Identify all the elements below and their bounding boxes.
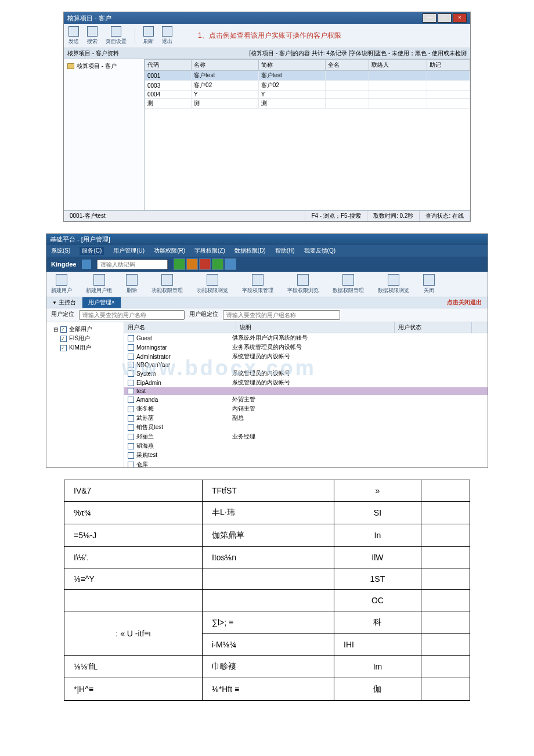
user-row[interactable]: NBQyanYaar <box>124 361 488 369</box>
user-check-icon[interactable] <box>128 452 134 459</box>
user-row[interactable]: 采购test <box>124 451 488 460</box>
tab-user-manage[interactable]: 用户管理× <box>82 297 121 308</box>
grid-row[interactable]: 0001客户test客户test <box>145 71 470 81</box>
tree-root[interactable]: 核算项目 - 客户 <box>66 62 142 71</box>
nav-icon[interactable] <box>199 258 211 270</box>
user-tree: ⊟ 全部用户 EIS用户 KIM用户 <box>46 322 124 467</box>
user-row[interactable]: Guest供系统外用户访问系统的账号 <box>124 333 488 343</box>
grid-col-header: 助记 <box>427 60 470 71</box>
toolbar2-item[interactable]: 字段权限浏览 <box>287 274 319 294</box>
window-hscustomer: 核算项目 - 客户 — □ × 发送 搜索 页面设置 刷新 退出 1、点击例如查… <box>63 12 471 222</box>
menu-item[interactable]: 数据权限(D) <box>234 247 266 255</box>
tree-panel: 核算项目 - 客户 <box>64 59 145 210</box>
search-icon <box>87 26 98 37</box>
user-check-icon[interactable] <box>128 380 134 386</box>
user-check-icon[interactable] <box>128 406 134 412</box>
userlist-header: 用户名 说明 用户状态 <box>124 322 488 333</box>
tree-eis[interactable]: EIS用户 <box>49 334 121 343</box>
minimize-button[interactable]: — <box>423 13 436 23</box>
menu-item[interactable]: 字段权限(Z) <box>194 247 225 255</box>
grid-col-header: 简称 <box>258 60 326 71</box>
brandbar: Kingdee <box>46 257 488 272</box>
user-locate-input[interactable] <box>79 310 185 320</box>
user-row[interactable]: System系统管理员的内设帐号 <box>124 369 488 378</box>
menu-item[interactable]: 用户管理(U) <box>113 247 145 255</box>
menu-item[interactable]: 帮助(H) <box>275 247 295 255</box>
user-check-icon[interactable] <box>128 397 134 403</box>
user-check-icon[interactable] <box>128 424 134 431</box>
toolbar-icon <box>423 274 435 286</box>
pageset-icon <box>111 26 121 37</box>
toolbar-icon <box>93 274 105 286</box>
nav-icon[interactable] <box>225 258 236 270</box>
tree-allusers[interactable]: ⊟ 全部用户 <box>49 325 121 334</box>
user-check-icon[interactable] <box>128 335 134 341</box>
tabbar: ▼ 主控台 用户管理× 点击关闭退出 <box>46 297 488 308</box>
close-button[interactable]: × <box>453 13 467 23</box>
user-row[interactable]: 仓库 <box>124 460 488 467</box>
user-check-icon[interactable] <box>128 388 134 394</box>
user-list: 用户名 说明 用户状态 Guest供系统外用户访问系统的账号Morningsta… <box>124 322 488 467</box>
toolbar2-item[interactable]: 数据权限浏览 <box>378 274 409 294</box>
toolbar2-item[interactable]: 新建用户组 <box>86 274 112 294</box>
user-check-icon[interactable] <box>128 415 134 422</box>
toolbar2-item[interactable]: 功能权限管理 <box>151 274 183 294</box>
grid-panel: 代码名称简称全名联络人助记 0001客户test客户test0003客户02客户… <box>145 59 470 210</box>
check-icon[interactable] <box>60 336 67 342</box>
grid-row[interactable]: 测测测 <box>145 99 470 109</box>
check-icon[interactable] <box>60 326 67 333</box>
toolbar2-item[interactable]: 字段权限管理 <box>242 274 273 294</box>
user-row[interactable]: 胡海燕 <box>124 441 488 451</box>
toolbar-icon <box>388 274 399 286</box>
user-check-icon[interactable] <box>128 434 134 440</box>
brand-icon <box>82 260 91 269</box>
user-row[interactable]: Administrator系统管理员的内设帐号 <box>124 352 488 361</box>
user-row[interactable]: 郑丽兰业务经理 <box>124 432 488 441</box>
user-check-icon[interactable] <box>128 344 134 351</box>
toolbar2-item[interactable]: 功能权限浏览 <box>197 274 228 294</box>
user-row[interactable]: 武苏菡副总 <box>124 413 488 423</box>
check-icon[interactable] <box>60 345 67 351</box>
grid-row[interactable]: 0004YY <box>145 91 470 99</box>
grid-row[interactable]: 0003客户02客户02 <box>145 81 470 91</box>
user-row[interactable]: test <box>124 387 488 395</box>
exit-button[interactable]: 退出 <box>162 26 172 45</box>
nav-icon[interactable] <box>174 258 185 270</box>
tab-main[interactable]: ▼ 主控台 <box>46 297 82 308</box>
user-row[interactable]: Morningstar业务系统管理员的内设帐号 <box>124 343 488 352</box>
menu-item[interactable]: 服务(C) <box>80 247 104 255</box>
status-time: 取数时间: 0.2秒 <box>367 211 420 221</box>
user-check-icon[interactable] <box>128 443 134 449</box>
user-row[interactable]: 张冬梅内销主管 <box>124 404 488 413</box>
user-row[interactable]: 销售员test <box>124 423 488 432</box>
toolbar2-item[interactable]: 新建用户 <box>51 274 72 294</box>
refresh-button[interactable]: 刷新 <box>143 26 154 45</box>
nav-icon[interactable] <box>186 258 198 270</box>
memo-search[interactable] <box>97 260 168 269</box>
menubar: 系统(S)服务(C)用户管理(U)功能权限(R)字段权限(Z)数据权限(D)帮助… <box>46 245 488 257</box>
toolbar2-item[interactable]: 删除 <box>126 274 138 294</box>
group-locate-input[interactable] <box>223 310 340 320</box>
user-row[interactable]: Amanda外贸主管 <box>124 395 488 404</box>
toolbar-icon <box>56 274 67 286</box>
tree-kim[interactable]: KIM用户 <box>49 343 121 352</box>
window-title2: 基础平台 - [用户管理] <box>50 236 110 243</box>
user-check-icon[interactable] <box>128 370 134 377</box>
menu-item[interactable]: 我要反馈(Q) <box>304 247 335 255</box>
pageset-button[interactable]: 页面设置 <box>106 26 127 45</box>
menu-item[interactable]: 功能权限(R) <box>154 247 185 255</box>
data-grid: 代码名称简称全名联络人助记 0001客户test客户test0003客户02客户… <box>145 59 470 109</box>
user-check-icon[interactable] <box>128 354 134 360</box>
user-row[interactable]: EipAdmin系统管理员的内设帐号 <box>124 378 488 387</box>
menu-item[interactable]: 系统(S) <box>51 247 70 255</box>
nav-icon[interactable] <box>212 258 223 270</box>
titlebar2: 基础平台 - [用户管理] <box>46 234 488 245</box>
toolbar2-item[interactable]: 数据权限管理 <box>333 274 364 294</box>
user-check-icon[interactable] <box>128 362 134 368</box>
send-button[interactable]: 发送 <box>68 26 79 45</box>
toolbar2-item[interactable]: 关闭 <box>423 274 435 294</box>
user-check-icon[interactable] <box>128 462 134 468</box>
search-button[interactable]: 搜索 <box>87 26 98 45</box>
header-row: 核算项目 - 客户资料 [核算项目 - 客户]的内容 共计: 4条记录 [字体说… <box>64 48 470 59</box>
maximize-button[interactable]: □ <box>438 13 452 23</box>
